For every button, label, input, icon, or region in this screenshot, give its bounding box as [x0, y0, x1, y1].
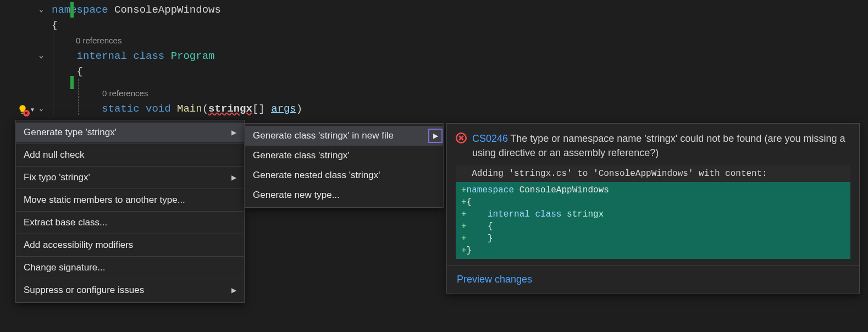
arrow-right-icon: ▶ — [433, 132, 438, 140]
code-line[interactable]: ⌄ internal class Program — [0, 48, 868, 64]
menu-item-label: Move static members to another type... — [24, 195, 185, 206]
code-line[interactable]: ⌄ static void Main(stringx[] args) — [0, 101, 868, 117]
error-badge-icon: ✕ — [23, 110, 30, 117]
class-name: Program — [171, 48, 215, 64]
submenu-arrow-icon: ▶ — [231, 129, 236, 136]
expand-preview-button[interactable]: ▶ — [428, 129, 443, 143]
method-name: Main — [177, 101, 202, 117]
error-type[interactable]: stringx — [208, 101, 252, 117]
menu-item-suppress-configure[interactable]: Suppress or configure issues ▶ — [16, 280, 244, 300]
keyword-static: static — [102, 101, 139, 117]
menu-separator — [16, 143, 244, 144]
menu-item-generate-type[interactable]: Generate type 'stringx' ▶ — [16, 123, 244, 142]
chevron-down-icon: ▼ — [30, 107, 35, 113]
menu-item-label: Generate class 'stringx' — [253, 150, 350, 161]
codelens-text[interactable]: 0 references — [52, 33, 121, 48]
diff-line: +namespace ConsoleAppWindows — [456, 184, 850, 196]
change-marker — [70, 2, 74, 18]
menu-item-label: Generate nested class 'stringx' — [253, 170, 380, 181]
fix-preview-panel: CS0246 The type or namespace name 'strin… — [446, 123, 860, 294]
paren-close: ) — [296, 101, 302, 117]
menu-item-label: Change signature... — [24, 262, 105, 273]
code-line[interactable]: { — [0, 18, 868, 33]
error-message: The type or namespace name 'stringx' cou… — [472, 133, 845, 158]
menu-item-label: Extract base class... — [24, 217, 107, 228]
preview-header: CS0246 The type or namespace name 'strin… — [447, 124, 859, 165]
menu-separator — [16, 279, 244, 279]
diff-body: +namespace ConsoleAppWindows +{ + intern… — [456, 182, 850, 259]
brace-open: { — [77, 64, 83, 79]
menu-separator — [16, 234, 244, 234]
menu-item-change-signature[interactable]: Change signature... — [16, 258, 244, 278]
submenu-item-generate-nested-class[interactable]: Generate nested class 'stringx' — [245, 165, 443, 185]
menu-item-label: Generate type 'stringx' — [24, 127, 117, 138]
namespace-name: ConsoleAppWindows — [114, 2, 221, 18]
parameter-args: args — [271, 101, 296, 117]
error-icon — [456, 132, 467, 143]
keyword-internal: internal — [77, 48, 127, 64]
submenu-item-generate-class-new-file[interactable]: Generate class 'stringx' in new file — [245, 126, 443, 146]
brace-open: { — [52, 18, 58, 33]
codelens[interactable]: 0 references — [0, 33, 868, 48]
keyword-namespace: namespace — [52, 2, 108, 18]
menu-separator — [16, 211, 244, 212]
submenu-item-generate-class[interactable]: Generate class 'stringx' — [245, 146, 443, 165]
menu-item-extract-base-class[interactable]: Extract base class... — [16, 213, 244, 233]
code-line[interactable]: ⌄ namespace ConsoleAppWindows — [0, 2, 868, 18]
chevron-down-icon[interactable]: ⌄ — [39, 2, 43, 17]
submenu-item-generate-new-type[interactable]: Generate new type... — [245, 185, 443, 205]
diff-preview: Adding 'stringx.cs' to 'ConsoleAppWindow… — [456, 165, 850, 259]
diff-line: + internal class stringx — [456, 208, 850, 220]
error-code: CS0246 — [472, 133, 508, 144]
menu-item-label: Generate new type... — [253, 190, 340, 201]
submenu-arrow-icon: ▶ — [231, 286, 236, 294]
menu-separator — [16, 189, 244, 189]
diff-line: +{ — [456, 196, 850, 208]
submenu-arrow-icon: ▶ — [231, 174, 236, 181]
code-line[interactable] — [0, 79, 868, 86]
menu-item-add-accessibility[interactable]: Add accessibility modifiers — [16, 235, 244, 255]
codelens[interactable]: 0 references — [0, 86, 868, 101]
code-editor[interactable]: ⌄ namespace ConsoleAppWindows { 0 refere… — [0, 0, 868, 117]
code-line[interactable]: { — [0, 64, 868, 79]
generate-type-submenu[interactable]: Generate class 'stringx' in new file Gen… — [245, 123, 444, 208]
chevron-down-icon[interactable]: ⌄ — [39, 48, 43, 63]
quick-actions-button[interactable]: ✕ ▼ — [18, 104, 35, 114]
diff-line: + { — [456, 220, 850, 233]
array-suffix: [] — [252, 101, 271, 117]
menu-item-label: Fix typo 'stringx' — [24, 172, 90, 183]
menu-item-label: Generate class 'stringx' in new file — [253, 130, 394, 141]
keyword-void: void — [146, 101, 171, 117]
menu-separator — [16, 166, 244, 167]
diff-line: +} — [456, 245, 850, 257]
preview-changes-link[interactable]: Preview changes — [447, 266, 859, 293]
paren-open: ( — [202, 101, 208, 117]
menu-separator — [16, 256, 244, 257]
menu-item-label: Add accessibility modifiers — [24, 240, 133, 251]
keyword-class: class — [133, 48, 164, 64]
diff-header: Adding 'stringx.cs' to 'ConsoleAppWindow… — [456, 165, 850, 182]
menu-item-move-static-members[interactable]: Move static members to another type... — [16, 190, 244, 210]
menu-item-add-null-check[interactable]: Add null check — [16, 145, 244, 165]
menu-item-label: Suppress or configure issues — [24, 285, 144, 296]
quick-actions-menu[interactable]: Generate type 'stringx' ▶ Add null check… — [15, 120, 245, 303]
menu-item-label: Add null check — [24, 150, 85, 161]
codelens-text[interactable]: 0 references — [52, 86, 148, 101]
chevron-down-icon[interactable]: ⌄ — [39, 101, 43, 116]
diff-line: + } — [456, 233, 850, 245]
menu-item-fix-typo[interactable]: Fix typo 'stringx' ▶ — [16, 168, 244, 187]
lightbulb-error-icon: ✕ — [18, 104, 27, 114]
